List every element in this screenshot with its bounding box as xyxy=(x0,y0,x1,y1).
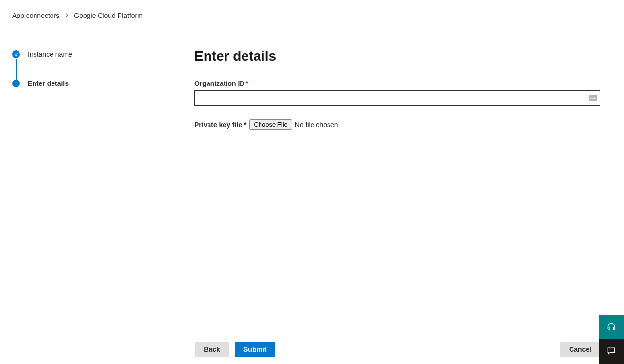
label-text: Organization ID xyxy=(194,80,244,87)
required-indicator: * xyxy=(245,80,248,87)
breadcrumb-parent-link[interactable]: App connectors xyxy=(12,12,59,19)
chevron-right-icon xyxy=(64,12,69,19)
body: Instance name Enter details Enter detail… xyxy=(0,31,624,335)
wizard-sidebar: Instance name Enter details xyxy=(0,31,171,335)
wizard-steps: Instance name Enter details xyxy=(12,50,159,87)
back-button[interactable]: Back xyxy=(195,342,229,357)
wizard-step-label: Instance name xyxy=(28,50,72,58)
organization-id-input[interactable] xyxy=(194,90,600,106)
page-title: Enter details xyxy=(194,49,600,64)
input-helper-icon[interactable]: ••• xyxy=(589,95,597,101)
chat-icon xyxy=(607,346,616,357)
wizard-footer: Back Submit Cancel xyxy=(0,335,624,364)
wizard-step-instance-name[interactable]: Instance name xyxy=(12,50,159,58)
headset-icon xyxy=(607,322,616,333)
private-key-file-label: Private key file * xyxy=(194,121,246,129)
check-icon xyxy=(12,50,20,58)
submit-button[interactable]: Submit xyxy=(235,342,275,357)
help-widget-button[interactable] xyxy=(599,315,624,339)
breadcrumb-current: Google Cloud Platform xyxy=(74,12,143,19)
main-content: Enter details Organization ID* ••• Priva… xyxy=(171,31,624,335)
field-private-key-file: Private key file * Choose File No file c… xyxy=(194,119,600,130)
current-step-icon xyxy=(12,80,20,87)
organization-id-label: Organization ID* xyxy=(194,80,600,87)
required-indicator: * xyxy=(244,121,246,129)
choose-file-button[interactable]: Choose File xyxy=(249,119,292,130)
file-chosen-status: No file chosen xyxy=(295,121,338,129)
side-widgets xyxy=(599,315,624,364)
cancel-button[interactable]: Cancel xyxy=(560,342,600,357)
feedback-widget-button[interactable] xyxy=(599,339,624,364)
label-text: Private key file xyxy=(194,121,242,129)
wizard-step-label: Enter details xyxy=(28,80,69,87)
field-organization-id: Organization ID* ••• xyxy=(194,80,600,106)
app-window: App connectors Google Cloud Platform Ins… xyxy=(0,0,624,364)
wizard-step-enter-details[interactable]: Enter details xyxy=(12,80,159,87)
breadcrumb: App connectors Google Cloud Platform xyxy=(0,0,624,31)
organization-id-input-wrap: ••• xyxy=(194,90,600,106)
step-connector xyxy=(16,59,17,80)
